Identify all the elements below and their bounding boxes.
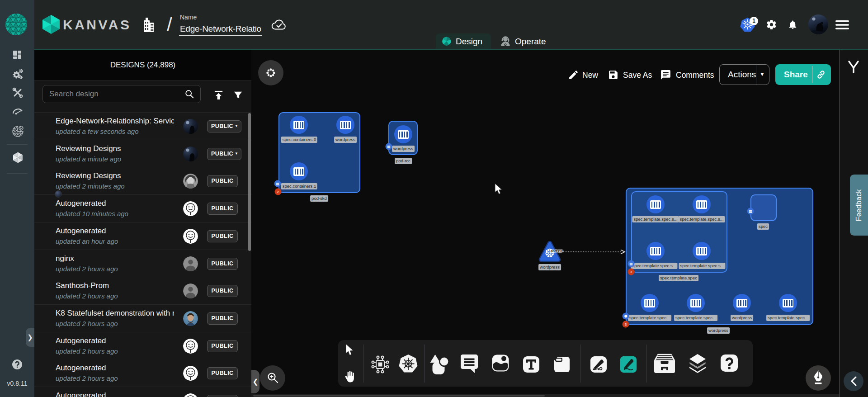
- svg-text:KANVAS: KANVAS: [63, 17, 131, 32]
